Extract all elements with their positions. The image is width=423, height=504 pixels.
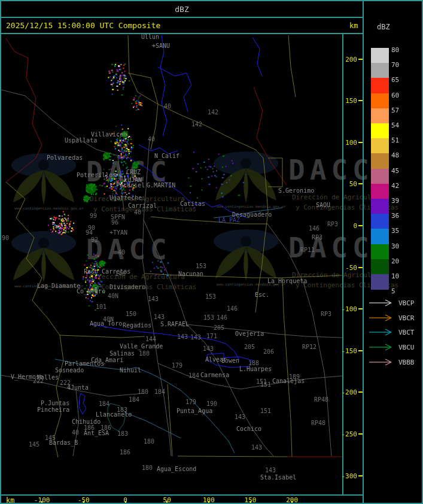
scale-value: 42: [391, 182, 412, 190]
km-unit-top: km: [349, 22, 358, 30]
y-axis-tick: [358, 100, 363, 101]
x-axis-tick: [41, 501, 42, 504]
scale-band: [371, 274, 389, 290]
scale-value: 57: [391, 107, 412, 114]
scale-band: [371, 259, 389, 275]
scale-value: 51: [391, 136, 412, 144]
scale-value: 60: [391, 92, 412, 99]
scale-band: [371, 244, 389, 260]
vector-arrow-icon: [369, 299, 394, 306]
scale-value: 20: [391, 257, 412, 265]
y-axis-tick: [358, 475, 363, 476]
scale-band: [371, 214, 389, 229]
y-axis-tick-label: -100: [341, 305, 357, 313]
x-axis-tick-label: 0: [112, 496, 139, 504]
x-axis-tick-label: 150: [238, 496, 264, 504]
x-axis-tick-label: -100: [29, 496, 55, 504]
scale-value: 39: [391, 197, 412, 205]
scale-band: [371, 184, 389, 199]
radar-echo-layer: [1, 34, 342, 495]
scale-value: 5: [391, 287, 412, 295]
y-axis-tick-label: -200: [341, 388, 357, 396]
x-axis-tick: [83, 501, 84, 504]
scale-value: 48: [391, 151, 412, 159]
y-axis-tick-label: 150: [341, 97, 357, 105]
scale-band: [371, 138, 389, 154]
vector-label: VBCU: [398, 344, 415, 351]
km-unit-bottom: km: [6, 496, 14, 504]
frame-divider: [363, 1, 364, 504]
y-axis-tick: [358, 142, 363, 143]
y-axis-tick: [358, 433, 363, 435]
map-bottom-border: [1, 494, 363, 496]
x-axis-tick: [208, 501, 209, 504]
y-axis-tick: [358, 267, 363, 268]
scale-band: [371, 169, 389, 184]
y-axis-tick-label: -250: [341, 430, 357, 438]
x-axis-tick: [250, 501, 251, 504]
scale-value: 54: [391, 122, 412, 129]
y-axis-tick: [358, 308, 363, 309]
y-axis-tick-label: -300: [341, 472, 357, 480]
frame-divider: [1, 33, 363, 34]
scale-band: [371, 48, 389, 63]
y-axis-tick: [358, 183, 363, 184]
vector-legend-row: VBBB: [369, 358, 415, 366]
scale-band: [371, 108, 389, 124]
scale-band: [371, 199, 389, 214]
scale-band: [371, 123, 389, 139]
y-axis-tick-label: 200: [341, 56, 357, 63]
x-axis-tick-label: -50: [71, 496, 97, 504]
x-axis-tick: [291, 501, 293, 504]
scale-value: 30: [391, 242, 412, 250]
vector-arrow-icon: [369, 359, 394, 366]
scale-band: [371, 93, 389, 109]
y-axis-tick: [358, 225, 363, 226]
y-axis-tick-label: -50: [341, 264, 357, 272]
y-axis-tick-label: 100: [341, 139, 357, 147]
vector-label: VBCR: [398, 314, 415, 322]
scale-value: 80: [391, 46, 412, 54]
scale-title: dBZ: [377, 23, 390, 31]
vector-label: VBBB: [398, 359, 415, 366]
scale-value: 70: [391, 61, 412, 69]
scale-band: [371, 229, 389, 244]
y-axis-tick: [358, 391, 363, 393]
x-axis-tick-label: 50: [154, 496, 180, 504]
vector-arrow-icon: [369, 329, 394, 336]
x-axis-tick-label: 200: [279, 496, 305, 504]
scale-value: 35: [391, 227, 412, 235]
scale-band: [371, 63, 389, 78]
y-axis-tick: [358, 59, 363, 60]
y-axis-tick: [358, 350, 363, 351]
x-axis-tick: [166, 501, 168, 504]
vector-label: VBCT: [398, 329, 415, 336]
vector-arrow-icon: [369, 314, 394, 321]
y-axis-tick-label: -150: [341, 347, 357, 355]
vector-arrow-icon: [369, 344, 394, 351]
vector-legend-row: VBCR: [369, 314, 415, 322]
vector-legend-row: VBCU: [369, 343, 415, 351]
scale-value: 65: [391, 76, 412, 84]
vector-label: VBCP: [398, 299, 415, 307]
timestamp: 2025/12/15 15:00:00 UTC Composite: [1, 18, 363, 33]
radar-app-window: DACC Dirección de Agricultura y Continge…: [0, 0, 423, 504]
x-axis-tick-label: 100: [196, 496, 222, 504]
vector-legend-row: VBCP: [369, 299, 415, 307]
scale-value: 45: [391, 167, 412, 175]
page-title: dBZ: [1, 1, 363, 17]
vector-legend-row: VBCT: [369, 328, 415, 336]
scale-value: 10: [391, 272, 412, 280]
y-axis-tick-label: 0: [341, 222, 357, 230]
y-axis-tick-label: 50: [341, 180, 357, 188]
x-axis-tick: [125, 501, 126, 504]
scale-value: 36: [391, 212, 412, 220]
scale-band: [371, 153, 389, 169]
scale-band: [371, 78, 389, 93]
